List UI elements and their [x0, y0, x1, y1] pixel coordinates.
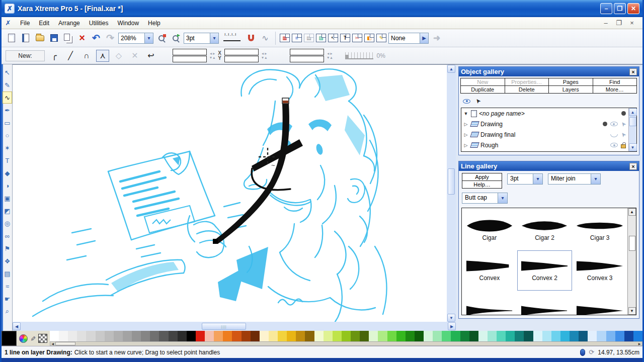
palette-swatch[interactable] — [542, 331, 551, 341]
mdi-close-button[interactable]: × — [627, 19, 636, 27]
collapse-icon[interactable]: ▷ — [463, 122, 469, 127]
palette-swatch[interactable] — [105, 331, 114, 341]
style-list-scrollbar[interactable]: ▲ ▼ — [627, 208, 636, 315]
palette-swatch[interactable] — [178, 331, 187, 341]
style-item-partial[interactable] — [462, 291, 517, 315]
bevel-tool[interactable]: ◩ — [3, 205, 12, 217]
palette-swatch[interactable] — [342, 331, 351, 341]
palette-swatch[interactable] — [451, 331, 460, 341]
line-gallery-button[interactable]: ✎ — [376, 34, 386, 42]
canvas-vertical-scrollbar[interactable]: ▲ ▼ — [447, 64, 456, 322]
palette-swatch[interactable] — [296, 331, 305, 341]
text-tool[interactable]: T — [3, 154, 12, 166]
palette-swatch[interactable] — [278, 331, 287, 341]
palette-swatch[interactable] — [624, 331, 633, 341]
object-gallery-titlebar[interactable]: Object gallery × — [459, 67, 639, 76]
freehand-smoothing-button[interactable]: ∿ — [259, 32, 271, 44]
visibility-eye-icon[interactable] — [463, 99, 470, 104]
palette-swatch[interactable] — [551, 331, 560, 341]
collapse-icon[interactable]: ▷ — [463, 143, 469, 148]
zoom-input[interactable] — [118, 33, 144, 44]
previous-zoom-button[interactable] — [155, 32, 168, 44]
maximize-button[interactable]: ❐ — [614, 3, 626, 14]
palette-swatch[interactable] — [68, 331, 77, 341]
palette-swatch[interactable] — [287, 331, 296, 341]
reverse-paths-button[interactable]: ↩ — [144, 50, 157, 62]
palette-swatch[interactable] — [132, 331, 141, 341]
style-item-cigar-2[interactable]: Cigar 2 — [517, 210, 573, 250]
zoom-tool[interactable]: ⌕ — [3, 305, 12, 317]
handle-fields[interactable] — [290, 49, 324, 62]
palette-swatch[interactable] — [305, 331, 314, 341]
palette-swatch[interactable] — [223, 331, 232, 341]
lg-help-button[interactable]: Help… — [462, 180, 502, 189]
vertical-scroll-thumb[interactable] — [448, 168, 455, 195]
palette-swatch[interactable] — [606, 331, 615, 341]
smooth-join-button[interactable]: ∩ — [80, 50, 93, 62]
palette-swatch[interactable] — [378, 331, 387, 341]
layer-visible-icon[interactable] — [610, 122, 618, 126]
tree-row-drawing-final[interactable]: ▷ Drawing final ➤ — [461, 129, 628, 140]
style-item-partial[interactable] — [572, 291, 627, 315]
palette-swatch[interactable] — [524, 331, 533, 341]
palette-swatch[interactable] — [588, 331, 597, 341]
layer-lock-icon[interactable] — [621, 144, 626, 148]
shadow-tool[interactable]: ▣ — [3, 192, 12, 204]
palette-swatch[interactable] — [86, 331, 95, 341]
tree-row-drawing[interactable]: ▷ Drawing ➤ — [461, 119, 628, 129]
palette-swatch[interactable] — [597, 331, 606, 341]
bitmap-gallery-button[interactable]: ▨ — [316, 34, 326, 42]
palette-swatch[interactable] — [533, 331, 542, 341]
no-color-swatch[interactable] — [38, 334, 47, 343]
palette-swatch[interactable] — [506, 331, 515, 341]
sharp-join-button[interactable]: ⋏ — [96, 50, 109, 62]
lg-apply-button[interactable]: Apply — [462, 173, 502, 181]
palette-swatch[interactable] — [424, 331, 433, 341]
open-button[interactable] — [34, 32, 46, 44]
undo-button[interactable]: ↶ — [90, 32, 102, 44]
lg-cap-dropdown[interactable]: ▾ — [498, 193, 508, 204]
menu-utilities[interactable]: Utilities — [85, 18, 113, 28]
og-duplicate-button[interactable]: Duplicate — [460, 85, 505, 94]
clipart-gallery-button[interactable]: ✂ — [352, 34, 362, 42]
palette-swatch[interactable] — [159, 331, 168, 341]
new-curve-button[interactable]: ╭ — [48, 50, 61, 62]
line-width-dropdown-button[interactable]: ▾ — [210, 33, 219, 44]
palette-swatch[interactable] — [232, 331, 241, 341]
palette-swatch[interactable] — [415, 331, 424, 341]
delete-button[interactable]: × — [76, 32, 88, 44]
palette-swatch[interactable] — [324, 331, 333, 341]
collapse-icon[interactable]: ▷ — [463, 132, 469, 137]
menu-arrange[interactable]: Arrange — [54, 18, 85, 28]
palette-swatch[interactable] — [406, 331, 415, 341]
palette-swatch[interactable] — [351, 331, 360, 341]
palette-swatch[interactable] — [114, 331, 123, 341]
palette-swatch[interactable] — [205, 331, 214, 341]
quickshape-tool[interactable]: ✶ — [3, 142, 12, 154]
og-more-button[interactable]: More… — [593, 85, 637, 94]
drawing-canvas[interactable]: ~ — [13, 64, 447, 322]
style-scroll-down[interactable]: ▼ — [628, 307, 636, 315]
layer-gallery-button[interactable]: ≡ — [292, 34, 302, 42]
palette-scroll-left[interactable]: ◀ — [50, 342, 55, 345]
line-gallery-close-button[interactable]: × — [629, 163, 637, 170]
palette-swatch[interactable] — [570, 331, 579, 341]
fill-tool[interactable]: ◆ — [3, 167, 12, 179]
scroll-up-button[interactable]: ▲ — [447, 65, 455, 73]
tree-scroll-up[interactable]: ▲ — [629, 108, 637, 116]
scroll-right-button[interactable]: ▶ — [448, 322, 456, 330]
palette-swatch[interactable] — [187, 331, 196, 341]
style-item-convex-2-selected[interactable]: Convex 2 — [517, 250, 573, 291]
layer-visible-icon[interactable] — [610, 143, 618, 147]
mould-tool[interactable]: ⚑ — [3, 242, 12, 254]
current-color-swatch[interactable] — [2, 331, 17, 346]
tree-scrollbar[interactable]: ▲ ▼ — [628, 108, 636, 151]
layer-hidden-icon[interactable] — [610, 134, 618, 137]
canvas-horizontal-scrollbar[interactable]: ◀ |||| ▶ — [13, 322, 456, 331]
palette-swatch[interactable] — [196, 331, 205, 341]
palette-swatch[interactable] — [269, 331, 278, 341]
menu-edit[interactable]: Edit — [34, 18, 54, 28]
snap-to-objects-button[interactable] — [245, 32, 257, 44]
fill-gallery-button[interactable]: ◧ — [364, 34, 374, 42]
push-tool[interactable]: ☛ — [3, 293, 12, 305]
